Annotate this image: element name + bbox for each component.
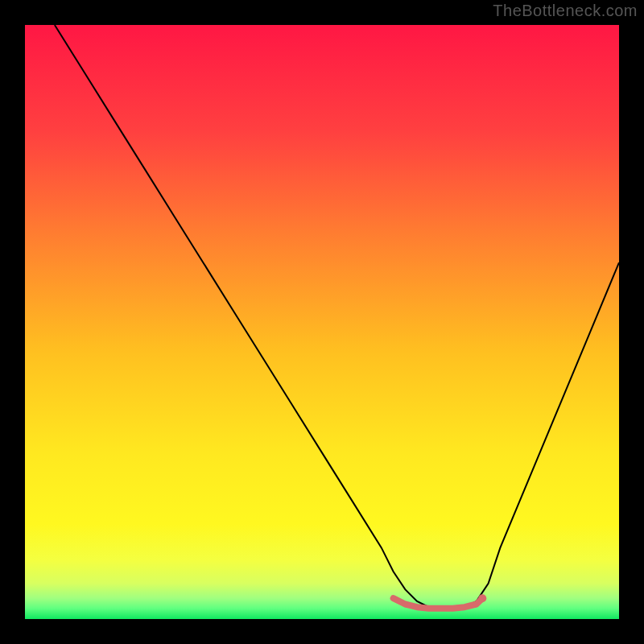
chart-frame: TheBottleneck.com bbox=[0, 0, 644, 644]
plot-area bbox=[25, 25, 619, 619]
optimal-end-dot bbox=[478, 594, 486, 602]
chart-background bbox=[25, 25, 619, 619]
watermark-text: TheBottleneck.com bbox=[493, 2, 638, 20]
chart-svg bbox=[25, 25, 619, 619]
